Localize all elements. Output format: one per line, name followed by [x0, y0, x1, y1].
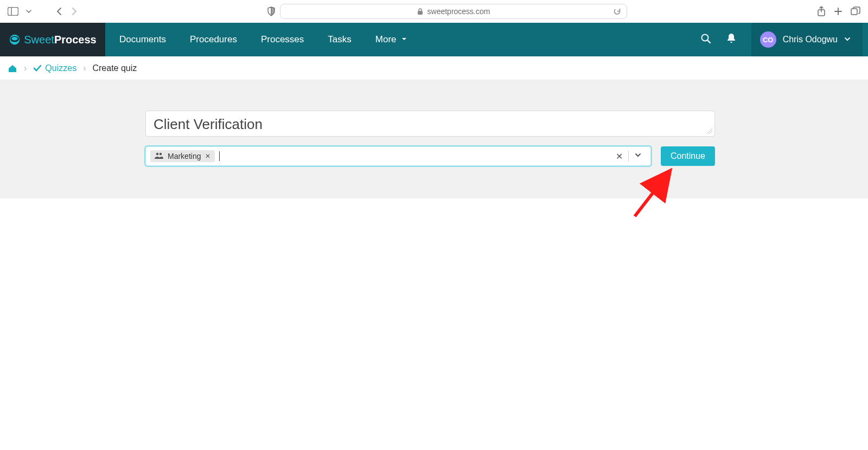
nav-more[interactable]: More	[375, 34, 407, 45]
address-bar[interactable]: sweetprocess.com	[280, 4, 627, 19]
home-icon	[8, 64, 17, 73]
sidebar-toggle-icon[interactable]	[8, 7, 18, 16]
address-bar-url: sweetprocess.com	[427, 7, 490, 16]
search-icon[interactable]	[700, 33, 711, 46]
user-name: Chris Odogwu	[783, 35, 838, 44]
chevron-down-icon[interactable]	[26, 9, 31, 14]
text-cursor	[219, 151, 220, 161]
lock-icon	[417, 8, 423, 15]
caret-down-icon	[401, 34, 407, 45]
breadcrumb-sep-icon: ›	[83, 63, 86, 73]
logo-mark-icon	[9, 34, 21, 46]
team-select[interactable]: Marketing ✕ ✕	[145, 146, 651, 166]
chevron-down-icon	[844, 35, 851, 44]
svg-rect-2	[418, 11, 423, 15]
app-logo[interactable]: SweetProcess	[0, 23, 105, 56]
bell-icon[interactable]	[726, 33, 736, 46]
svg-point-7	[12, 37, 18, 40]
breadcrumb-home[interactable]	[8, 64, 17, 73]
svg-point-11	[159, 153, 162, 155]
new-tab-icon[interactable]	[833, 7, 843, 16]
breadcrumb-current: Create quiz	[92, 63, 137, 73]
breadcrumb: › Quizzes › Create quiz	[0, 56, 868, 80]
continue-button[interactable]: Continue	[661, 146, 715, 166]
breadcrumb-sep-icon: ›	[24, 63, 27, 73]
nav-documents[interactable]: Documents	[119, 34, 166, 45]
app-header: SweetProcess Documents Procedures Proces…	[0, 23, 868, 56]
quiz-title-input[interactable]: Client Verification	[145, 111, 715, 137]
reload-icon[interactable]	[613, 8, 621, 16]
tag-remove-icon[interactable]: ✕	[205, 152, 210, 160]
share-icon[interactable]	[817, 6, 826, 17]
primary-nav: Documents Procedures Processes Tasks Mor…	[105, 23, 407, 56]
logo-text-process: Process	[54, 34, 97, 46]
svg-rect-0	[8, 8, 18, 16]
chevron-down-icon[interactable]	[629, 151, 647, 161]
team-tag-label: Marketing	[168, 152, 201, 160]
team-icon	[155, 152, 163, 160]
clear-icon[interactable]: ✕	[610, 151, 628, 162]
svg-point-10	[156, 153, 158, 155]
logo-text-sweet: Sweet	[24, 34, 54, 46]
user-menu[interactable]: CO Chris Odogwu	[751, 23, 863, 56]
nav-forward-icon[interactable]	[71, 7, 77, 16]
browser-toolbar: sweetprocess.com	[0, 0, 868, 23]
check-icon	[33, 65, 42, 72]
page-body: Client Verification Marketing ✕ ✕	[0, 80, 868, 198]
nav-back-icon[interactable]	[56, 7, 63, 16]
team-tag: Marketing ✕	[150, 150, 215, 162]
avatar: CO	[760, 31, 776, 48]
tabs-overview-icon[interactable]	[851, 7, 860, 16]
svg-line-9	[707, 41, 710, 43]
shield-icon[interactable]	[267, 7, 276, 16]
nav-processes[interactable]: Processes	[261, 34, 304, 45]
breadcrumb-quizzes[interactable]: Quizzes	[33, 63, 76, 73]
nav-tasks[interactable]: Tasks	[328, 34, 351, 45]
nav-procedures[interactable]: Procedures	[190, 34, 237, 45]
svg-rect-4	[851, 9, 857, 15]
